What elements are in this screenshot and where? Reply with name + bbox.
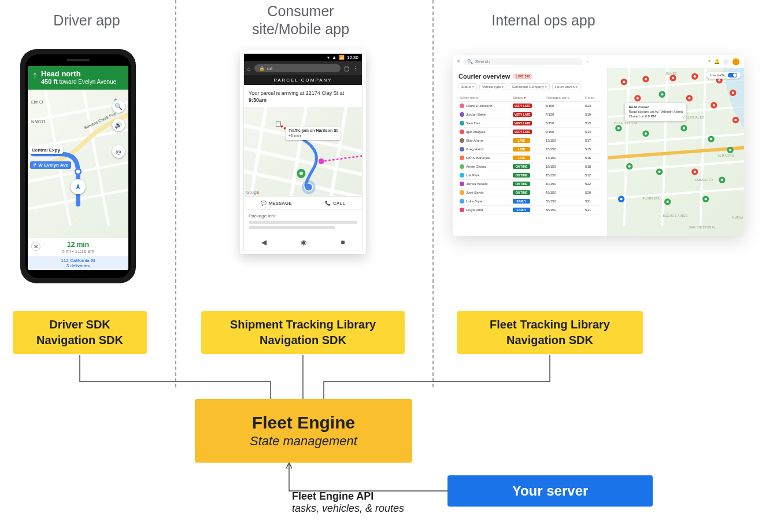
- svg-point-29: [617, 127, 620, 130]
- arrow-up-icon: ↑: [32, 70, 38, 80]
- svg-point-1: [319, 158, 324, 164]
- filter-hours-driven[interactable]: Hours driven: [552, 83, 580, 90]
- table-row[interactable]: Sam DasVERY LATE8/150513: [458, 119, 601, 128]
- svg-point-4: [299, 172, 303, 175]
- table-row[interactable]: José BalvinON TIME42/150520: [458, 189, 601, 197]
- table-row[interactable]: Claire DuckworthVERY LATE5/150523: [458, 102, 601, 110]
- fab-layers[interactable]: ◎: [112, 145, 125, 158]
- svg-point-17: [732, 91, 734, 94]
- road-closed-chip: Road closed Road closure on Av. Valentin…: [625, 103, 686, 121]
- home-icon[interactable]: ⌂: [247, 65, 251, 72]
- traffic-line2: +6 min: [288, 134, 301, 138]
- svg-point-15: [719, 79, 721, 82]
- url-text: url: [267, 66, 272, 71]
- table-row[interactable]: Igor ZhogoloVERY LATE9/150514: [458, 128, 601, 136]
- arrival-text: Your parcel is arriving at 22174 Clay St…: [249, 90, 344, 96]
- col-route[interactable]: Route: [584, 94, 601, 102]
- message-button[interactable]: 💬MESSAGE: [261, 201, 292, 206]
- col-driver-name[interactable]: Driver name: [458, 94, 512, 102]
- url-field[interactable]: 🔒 url: [254, 64, 341, 72]
- api-caption: Fleet Engine API tasks, vehicles, & rout…: [292, 490, 404, 515]
- filter-status[interactable]: Status: [458, 83, 477, 90]
- svg-point-39: [628, 165, 631, 168]
- stop-deliveries: 3 deliveries: [28, 263, 128, 268]
- call-button[interactable]: 📞CALL: [325, 201, 345, 206]
- table-row[interactable]: Jamila WoodsON TIME40/150522: [458, 180, 601, 189]
- svg-point-47: [620, 198, 623, 200]
- neighborhood-label: COLEGIALES: [683, 116, 704, 119]
- driver-bottom-sheet: ✕ 12 min 5 mi • 11:16 am 112 California …: [28, 238, 128, 270]
- statusbar-time: 12:30: [347, 55, 358, 60]
- chip-title: Road closed: [628, 105, 649, 109]
- neighborhood-label: VILLA ORTUZA: [613, 121, 637, 125]
- fleet-engine-box: Fleet Engine State management: [195, 399, 412, 463]
- nav-back-icon[interactable]: ◀: [261, 238, 267, 246]
- svg-point-43: [694, 171, 696, 173]
- svg-point-9: [645, 78, 647, 80]
- filter-contractor-company[interactable]: Contractor Company: [509, 83, 549, 90]
- neighborhood-label: ALMAGRO: [717, 154, 734, 157]
- street-elm: Elm Ct: [31, 100, 43, 104]
- sdk-ops-line1: Fleet Tracking Library: [490, 317, 610, 332]
- filter-vehicle-type[interactable]: Vehicle type: [479, 83, 506, 90]
- ops-topbar: ≡ 🔍 Search × ? 🔔: [453, 56, 744, 68]
- fab-sound[interactable]: 🔊: [112, 119, 125, 131]
- chip-route-name: ↱ W Evelyn Ave: [30, 161, 71, 169]
- sdk-ops-line2: Navigation SDK: [506, 332, 593, 348]
- close-icon[interactable]: ✕: [31, 242, 40, 251]
- chip-line3: Closed until 8 PM: [628, 114, 656, 118]
- api-caption-title: Fleet Engine API: [292, 490, 404, 503]
- neighborhood-label: BUENOS AIRES: [663, 214, 687, 217]
- svg-point-33: [683, 127, 685, 130]
- message-label: MESSAGE: [269, 201, 292, 206]
- heading-consumer: Consumer site/Mobile app: [208, 2, 393, 39]
- table-row[interactable]: Divya DharEARLY56/150511: [458, 206, 601, 215]
- table-row[interactable]: Lila ParkON TIME35/150512: [458, 171, 601, 180]
- compass-icon: [71, 179, 86, 194]
- chip-central-expy: Central Expy: [29, 146, 63, 154]
- phone-icon: 📞: [325, 201, 331, 206]
- nav-home-icon[interactable]: ◉: [301, 238, 306, 246]
- street-nw171: N W171: [31, 120, 46, 124]
- col-packages-done[interactable]: Packages done: [544, 94, 584, 102]
- your-server-box: Your server: [447, 475, 653, 507]
- avatar[interactable]: [733, 58, 739, 65]
- table-row[interactable]: Annie ChangON TIME18/150518: [458, 162, 601, 171]
- svg-point-19: [637, 97, 639, 99]
- stop-address: 112 California St: [28, 258, 128, 263]
- divider-2: [432, 0, 434, 387]
- heading-ops: Internal ops app: [451, 12, 636, 29]
- help-icon[interactable]: ?: [708, 59, 711, 64]
- bell-icon[interactable]: 🔔: [714, 59, 720, 64]
- ops-table: Driver nameStatus ▾Packages doneRoute Cl…: [458, 94, 601, 215]
- table-row[interactable]: Luke BryanEARLY55/150521: [458, 197, 601, 206]
- arrival-message: Your parcel is arriving at 22174 Clay St…: [244, 85, 362, 107]
- ops-left-panel: Courier overview LIVE 340 StatusVehicle …: [453, 68, 607, 236]
- apps-icon[interactable]: [723, 59, 729, 65]
- traffic-chip: Traffic jam on Harrison St +6 min: [286, 127, 341, 140]
- menu-icon[interactable]: ≡: [457, 59, 460, 64]
- android-statusbar: ▾▲📶 12:30: [244, 54, 362, 61]
- traffic-toggle[interactable]: Live traffic: [706, 72, 741, 79]
- sdk-ops-box: Fleet Tracking Library Navigation SDK: [457, 311, 643, 354]
- overflow-icon[interactable]: ⋮: [353, 65, 358, 72]
- table-row[interactable]: Greg HatchLATE15/150515: [458, 145, 601, 154]
- ops-live-tag: LIVE 340: [513, 74, 532, 79]
- table-row[interactable]: Skip AfumeLATE13/150517: [458, 136, 601, 145]
- neighborhood-label: NUEVA: [732, 216, 743, 219]
- neighborhood-label: CABALLITO: [694, 178, 713, 182]
- svg-point-13: [694, 75, 696, 77]
- col-status[interactable]: Status ▾: [512, 94, 545, 102]
- neighborhood-label: FLORESTA: [642, 197, 660, 200]
- nav-title: Head north: [41, 69, 124, 78]
- svg-point-35: [710, 138, 712, 140]
- svg-point-49: [667, 201, 669, 203]
- clear-icon[interactable]: ×: [586, 59, 589, 64]
- nav-recent-icon[interactable]: ■: [341, 238, 345, 246]
- svg-point-41: [659, 171, 661, 173]
- table-row[interactable]: Dhruv BanerjeeLATE17/150516: [458, 154, 601, 162]
- ops-search[interactable]: 🔍 Search: [464, 58, 583, 65]
- fab-search[interactable]: 🔍: [112, 100, 125, 113]
- table-row[interactable]: Jordan BakerVERY LATE7/150519: [458, 110, 601, 119]
- tabs-icon[interactable]: ▢: [344, 65, 349, 72]
